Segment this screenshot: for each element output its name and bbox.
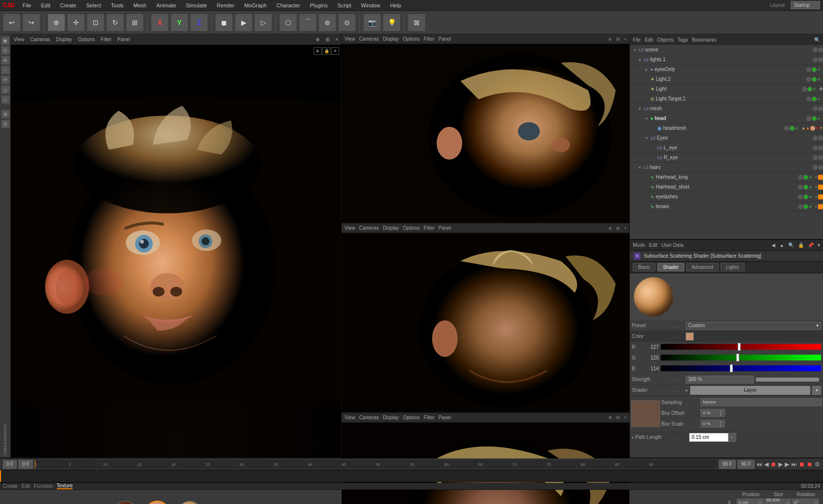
attr-tab-basic[interactable]: Basic: [633, 263, 655, 271]
b-slider-track[interactable]: [661, 365, 821, 371]
material-pale-sk[interactable]: pale_sk: [143, 501, 172, 504]
tree-expand-mesh[interactable]: ▾: [639, 106, 644, 111]
headmesh-tag-4[interactable]: ✕: [816, 126, 819, 130]
vp-menu-cameras[interactable]: Cameras: [30, 37, 50, 42]
left-tool-7[interactable]: ◇: [1, 95, 10, 104]
menu-window[interactable]: Window: [359, 1, 382, 9]
left-tool-4[interactable]: ↔: [1, 66, 10, 74]
bottom-tab-create[interactable]: Create: [3, 483, 18, 489]
strength-field[interactable]: 300 %: [686, 376, 754, 384]
play-record[interactable]: ⏺: [771, 461, 776, 468]
cube-tool[interactable]: ⬡: [279, 14, 297, 31]
nurbs-tool[interactable]: ⊛: [319, 14, 336, 31]
hairlong-render[interactable]: [803, 175, 808, 180]
tree-item-scene[interactable]: ▾ L0 scene: [630, 45, 823, 55]
sub-vp-view-1[interactable]: View: [345, 36, 355, 42]
light-render[interactable]: [807, 87, 812, 92]
attr-collapse-btn[interactable]: ◀: [772, 242, 775, 248]
menu-animate[interactable]: Animate: [154, 1, 178, 9]
tree-expand-lights1[interactable]: ▾: [639, 57, 644, 62]
x-axis-btn[interactable]: X: [151, 14, 169, 31]
sub-vp-cameras-1[interactable]: Cameras: [359, 36, 379, 42]
g-slider-track[interactable]: [661, 355, 821, 360]
y-axis-btn[interactable]: Y: [171, 14, 188, 31]
deform-tool[interactable]: ⊝: [338, 14, 356, 31]
snap-tool[interactable]: ⊠: [408, 14, 425, 31]
layer-add-btn[interactable]: ▾: [812, 386, 821, 395]
scale-tool[interactable]: ⊡: [87, 14, 104, 31]
main-viewport-canvas[interactable]: ⊕ 🔒 ✕: [11, 45, 341, 457]
timeline-track[interactable]: [0, 470, 823, 482]
tree-expand-eyes[interactable]: ▾: [646, 136, 650, 141]
sub-vp-panel-2[interactable]: Panel: [439, 225, 451, 231]
color-swatch[interactable]: [686, 333, 694, 340]
sub-vp-icon-7[interactable]: ⊕: [608, 415, 612, 420]
vp-icon-3[interactable]: ×: [335, 37, 338, 42]
bottom-tab-edit[interactable]: Edit: [22, 483, 30, 489]
play-play[interactable]: ▶: [778, 461, 783, 468]
sub-vp-panel-3[interactable]: Panel: [439, 415, 451, 420]
path-length-btn[interactable]: ▸: [728, 433, 736, 442]
lighttarget-vis[interactable]: [806, 96, 811, 101]
play-goto-start[interactable]: ⏮: [756, 461, 762, 468]
sub-vp-display-1[interactable]: Display: [383, 36, 399, 42]
sub-vp-icon-6[interactable]: ×: [624, 226, 626, 231]
blur-offset-down-arrow[interactable]: ▼: [719, 413, 723, 416]
attr-edit-btn[interactable]: Edit: [649, 242, 657, 248]
sub-vp-options-1[interactable]: Options: [403, 36, 420, 42]
menu-mesh[interactable]: Mesh: [131, 1, 149, 9]
play-prev-frame[interactable]: ◀: [764, 461, 769, 468]
scene-vis-dot[interactable]: [813, 48, 818, 52]
menu-plugins[interactable]: Plugins: [308, 1, 329, 9]
sub-vp-filter-1[interactable]: Filter: [424, 36, 434, 42]
head-render[interactable]: [812, 116, 817, 121]
left-tool-5[interactable]: ⟳: [1, 75, 10, 84]
end-frame-field2[interactable]: 90 F: [738, 460, 754, 469]
spline-tool[interactable]: ⌒: [299, 14, 317, 31]
headmesh-tag-2[interactable]: ▲: [806, 126, 810, 130]
vp-icon-1[interactable]: ⊕: [316, 37, 320, 42]
layout-dropdown[interactable]: Startup: [791, 1, 820, 9]
menu-character[interactable]: Character: [274, 1, 302, 9]
cam-tool[interactable]: 📷: [363, 14, 381, 31]
attr-more-icon[interactable]: ▾: [818, 242, 820, 248]
tree-item-headmesh[interactable]: ▣ headmesh ✓ ▲ ▲ ✕ ✦: [630, 123, 823, 133]
x-rotation-field[interactable]: 0° H: [792, 499, 819, 504]
vp-menu-display[interactable]: Display: [56, 37, 72, 42]
sub-vp-icon-3[interactable]: ×: [624, 37, 626, 42]
sub-vp-cameras-2[interactable]: Cameras: [359, 225, 379, 231]
mesh-render[interactable]: [818, 106, 823, 111]
sub-vp-display-3[interactable]: Display: [383, 415, 399, 420]
tree-item-light-target1[interactable]: ⊙ Light.Target.1 ✓: [630, 94, 823, 104]
scene-render-dot[interactable]: [818, 48, 823, 52]
tree-item-head[interactable]: ▾ ● head ✓: [630, 114, 823, 123]
sub-vp-icon-8[interactable]: ⊞: [616, 415, 620, 420]
start-frame-field[interactable]: 0 F: [3, 460, 17, 469]
menu-file[interactable]: File: [21, 1, 33, 9]
menu-select[interactable]: Select: [84, 1, 103, 9]
vp-expand-btn[interactable]: ⊕: [314, 47, 322, 55]
preset-dropdown[interactable]: Custom ▾: [686, 322, 821, 330]
transform-tool[interactable]: ⊞: [126, 14, 144, 31]
vp-menu-options[interactable]: Options: [78, 37, 95, 42]
sub-vp-options-3[interactable]: Options: [403, 415, 420, 420]
light2-vis[interactable]: [806, 77, 811, 82]
attr-tab-shader[interactable]: Shader: [657, 263, 684, 271]
eyes-vis[interactable]: [813, 136, 818, 141]
current-frame-field[interactable]: 0 F: [19, 460, 32, 469]
hairlong-vis[interactable]: [798, 175, 803, 180]
r-slider-thumb[interactable]: [738, 343, 741, 351]
play-next-frame[interactable]: ▶: [785, 461, 789, 468]
blur-scale-field[interactable]: 0 % ▲ ▼: [700, 420, 725, 428]
reye-vis[interactable]: [813, 155, 818, 160]
headmesh-tag-1[interactable]: ▲: [801, 126, 805, 130]
sub-vp-filter-3[interactable]: Filter: [424, 415, 434, 420]
om-bookmarks[interactable]: Bookmarks: [692, 37, 716, 43]
b-slider-thumb[interactable]: [730, 364, 733, 372]
end-frame-field1[interactable]: 90 F: [719, 460, 736, 469]
tree-item-light2[interactable]: ☀ Light.2 ✓: [630, 74, 823, 84]
blur-offset-up-arrow[interactable]: ▲: [719, 409, 723, 413]
dark-sk-swatch[interactable]: [113, 501, 137, 504]
left-tool-9[interactable]: ⊟: [1, 120, 10, 128]
attr-pin-icon[interactable]: 📌: [808, 242, 814, 248]
